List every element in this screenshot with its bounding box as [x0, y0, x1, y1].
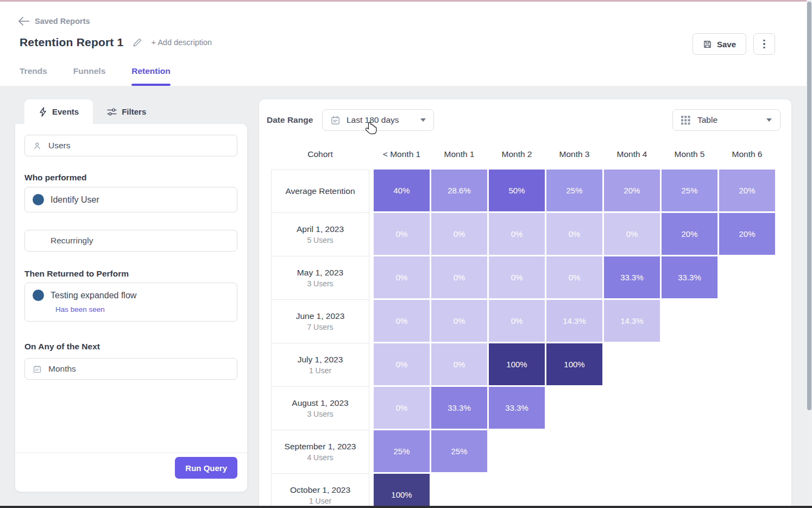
column-header: Month 6	[719, 147, 775, 166]
retention-value-cell[interactable]: 0%	[489, 213, 545, 255]
retention-value-cell[interactable]: 0%	[374, 343, 430, 385]
chevron-down-icon	[766, 118, 772, 122]
cohort-user-count: 4 Users	[307, 453, 333, 462]
tab-trends[interactable]: Trends	[20, 66, 47, 86]
retention-value-cell[interactable]: 50%	[489, 170, 545, 211]
top-accent-line	[0, 0, 812, 2]
column-header: Month 2	[489, 147, 545, 166]
mouse-cursor-hand-icon	[366, 122, 378, 138]
retention-value-cell[interactable]: 0%	[374, 300, 430, 342]
retention-value-cell[interactable]: 14.3%	[604, 300, 660, 342]
retention-value-cell[interactable]: 33.3%	[489, 387, 545, 429]
retention-value-cell[interactable]: 28.6%	[431, 170, 487, 211]
column-header: Month 5	[662, 147, 717, 166]
retention-value-cell[interactable]: 0%	[374, 256, 430, 298]
return-event-label: Testing expanded flow	[51, 291, 136, 300]
title-row: Retention Report 1 + Add description	[20, 36, 212, 49]
header-actions: Save	[693, 33, 775, 55]
retention-value-cell[interactable]: 20%	[604, 170, 660, 211]
cohort-label: July 1, 2023	[298, 355, 343, 365]
retention-value-cell[interactable]: 100%	[489, 343, 545, 385]
event-color-dot	[33, 290, 44, 301]
return-event-filter-link[interactable]: Has been seen	[55, 305, 229, 313]
retention-value-cell[interactable]: 0%	[431, 300, 487, 342]
retention-value-cell[interactable]: 0%	[374, 213, 430, 255]
tab-filters[interactable]: Filters	[93, 99, 160, 124]
retention-table-body: Average Retention40%28.6%50%25%20%25%20%…	[271, 170, 777, 508]
tab-events-label: Events	[52, 107, 79, 116]
back-to-saved-reports[interactable]: Saved Reports	[18, 17, 90, 26]
retention-value-cell[interactable]: 0%	[489, 256, 545, 298]
retention-value-cell[interactable]: 14.3%	[546, 300, 602, 342]
cohort-cell: April 1, 20235 Users	[271, 213, 369, 256]
retention-value-cell[interactable]: 20%	[662, 213, 717, 255]
retention-value-cell[interactable]: 100%	[546, 343, 602, 385]
view-type-dropdown[interactable]: Table	[672, 109, 780, 131]
cohort-label: May 1, 2023	[297, 268, 343, 278]
cohort-cell: Average Retention	[271, 170, 369, 213]
calendar-icon	[330, 115, 341, 126]
cohort-cell: July 1, 20231 User	[271, 343, 369, 387]
retention-value-cell[interactable]: 0%	[431, 343, 487, 385]
retention-value-cell[interactable]: 0%	[489, 300, 545, 342]
retention-value-cell[interactable]: 25%	[546, 170, 602, 211]
save-button[interactable]: Save	[693, 33, 746, 55]
add-description-button[interactable]: + Add description	[151, 38, 212, 47]
table-row: October 1, 20231 User100%	[271, 474, 777, 508]
edit-title-icon[interactable]	[132, 37, 142, 48]
retention-value-cell[interactable]: 0%	[604, 213, 660, 255]
cohort-label: August 1, 2023	[292, 398, 348, 408]
retention-value-cell[interactable]: 25%	[374, 430, 430, 472]
retention-value-cell[interactable]: 25%	[431, 430, 487, 472]
tab-retention[interactable]: Retention	[131, 66, 170, 86]
return-event-selector[interactable]: Testing expanded flow Has been seen	[24, 283, 237, 322]
tab-funnels[interactable]: Funnels	[73, 66, 105, 86]
retention-value-cell[interactable]: 25%	[662, 170, 717, 211]
retention-value-cell[interactable]: 20%	[719, 213, 775, 255]
date-range-dropdown[interactable]: Last 180 days	[322, 109, 434, 131]
retention-value-cell[interactable]: 0%	[546, 213, 602, 255]
scrollbar-thumb[interactable]	[807, 2, 811, 410]
save-label: Save	[717, 40, 736, 49]
date-range-label: Date Range	[267, 115, 313, 125]
then-returned-label: Then Returned to Perform	[24, 269, 129, 279]
recurringly-selector[interactable]: Recurringly	[24, 230, 237, 252]
cohort-user-count: 3 Users	[307, 410, 333, 418]
table-row: September 1, 20234 Users25%25%	[271, 430, 777, 474]
table-row: April 1, 20235 Users0%0%0%0%0%20%20%	[271, 213, 777, 256]
vertical-scrollbar[interactable]	[807, 0, 812, 508]
more-options-button[interactable]	[753, 33, 775, 55]
retention-value-cell[interactable]: 0%	[546, 256, 602, 298]
retention-value-cell[interactable]: 20%	[719, 170, 775, 211]
cohort-cell: August 1, 20233 Users	[271, 387, 369, 430]
retention-value-cell[interactable]: 33.3%	[662, 256, 717, 298]
recurringly-label: Recurringly	[51, 236, 93, 246]
retention-value-cell[interactable]: 33.3%	[604, 256, 660, 298]
performed-event-selector[interactable]: Identify User	[24, 187, 237, 212]
grid-icon	[681, 116, 690, 125]
calendar-icon	[33, 365, 42, 374]
cohort-cell: May 1, 20233 Users	[271, 256, 369, 300]
column-header: Month 4	[604, 147, 660, 166]
table-row: May 1, 20233 Users0%0%0%0%33.3%33.3%	[271, 256, 777, 300]
retention-value-cell[interactable]: 0%	[374, 387, 430, 429]
cohort-label: Average Retention	[285, 186, 355, 196]
table-row: August 1, 20233 Users0%33.3%33.3%	[271, 387, 777, 430]
app-window: Saved Reports Retention Report 1 + Add d…	[0, 0, 812, 508]
cohort-user-count: 3 Users	[307, 279, 333, 288]
retention-value-cell[interactable]: 40%	[374, 170, 430, 211]
tab-events[interactable]: Events	[24, 99, 93, 124]
retention-value-cell[interactable]: 0%	[431, 213, 487, 255]
retention-value-cell[interactable]: 33.3%	[431, 387, 487, 429]
who-performed-label: Who performed	[24, 173, 87, 183]
save-icon	[703, 40, 712, 49]
run-query-button[interactable]: Run Query	[175, 457, 237, 479]
cohort-user-count: 1 User	[309, 366, 331, 375]
cohort-label: June 1, 2023	[296, 311, 345, 321]
column-header: < Month 1	[374, 147, 430, 166]
users-selector[interactable]: Users	[24, 135, 237, 156]
months-selector[interactable]: Months	[24, 358, 237, 380]
retention-value-cell[interactable]: 0%	[431, 256, 487, 298]
cohort-user-count: 5 Users	[307, 236, 333, 244]
retention-value-cell[interactable]: 100%	[374, 474, 430, 508]
